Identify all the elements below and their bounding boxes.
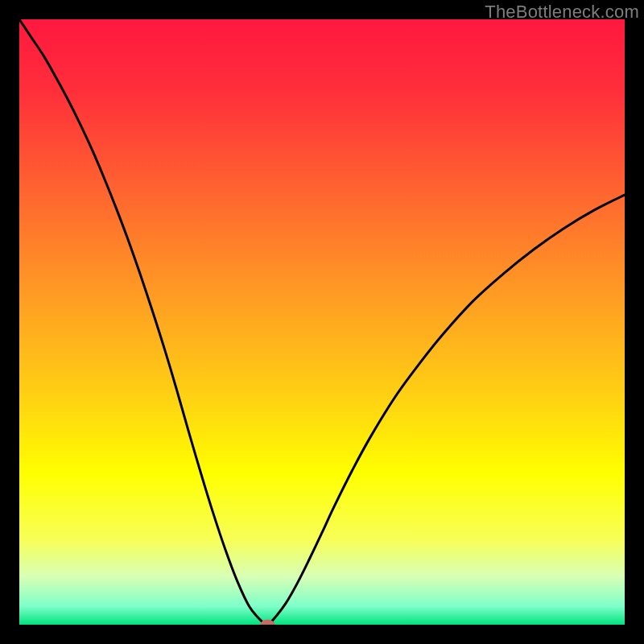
watermark-text: TheBottleneck.com [485, 2, 639, 23]
chart-frame [19, 19, 625, 625]
bottleneck-chart [19, 19, 625, 625]
